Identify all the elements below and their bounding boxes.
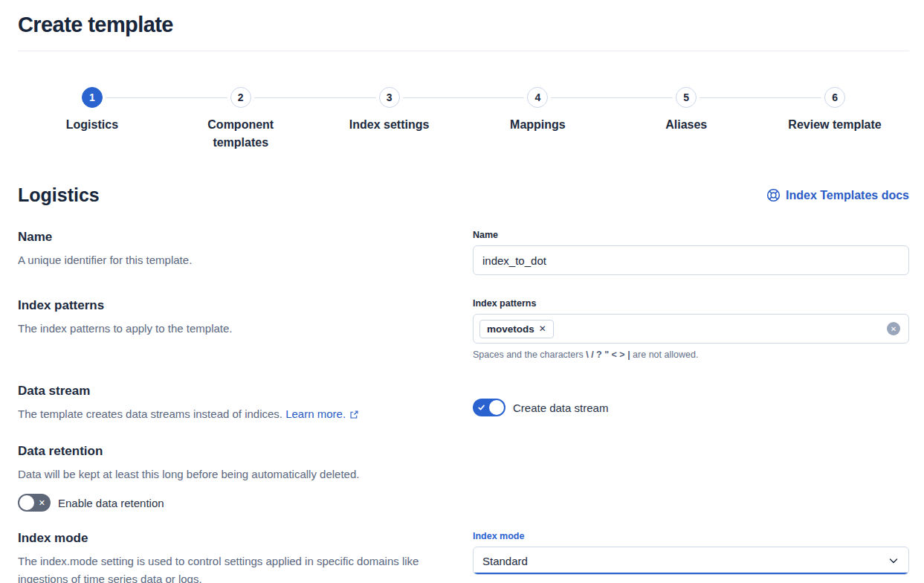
remove-tag-icon[interactable]: ✕ xyxy=(539,324,546,333)
docs-life-ring-icon xyxy=(766,188,781,202)
step-number-badge[interactable]: 3 xyxy=(379,87,400,108)
index-mode-section-description: The index.mode setting is used to contro… xyxy=(18,553,443,583)
step-number-badge[interactable]: 4 xyxy=(527,87,548,108)
toggle-knob xyxy=(489,400,504,415)
index-mode-section-title: Index mode xyxy=(18,529,443,547)
create-data-stream-label: Create data stream xyxy=(513,402,608,414)
index-patterns-combobox[interactable]: movetods ✕ ✕ xyxy=(473,314,909,344)
name-field-label: Name xyxy=(473,228,909,242)
step-label: Aliases xyxy=(665,116,707,134)
index-templates-docs-link[interactable]: Index Templates docs xyxy=(766,188,909,202)
clear-combobox-icon[interactable]: ✕ xyxy=(887,322,900,335)
create-data-stream-toggle[interactable] xyxy=(473,399,505,416)
index-mode-selected-value: Standard xyxy=(482,555,528,567)
step-connector xyxy=(167,97,227,98)
step-component-templates[interactable]: 2 Component templates xyxy=(167,87,315,152)
step-aliases[interactable]: 5 Aliases xyxy=(612,87,760,152)
name-section-description: A unique identifier for this template. xyxy=(18,251,443,269)
index-mode-select[interactable]: Standard xyxy=(473,547,909,575)
step-connector xyxy=(106,97,167,98)
wizard-stepper: 1 Logistics 2 Component templates 3 Inde… xyxy=(18,87,909,152)
toggle-check-icon xyxy=(477,403,486,412)
step-label: Review template xyxy=(788,116,881,134)
index-pattern-tag: movetods ✕ xyxy=(479,320,554,338)
name-input[interactable] xyxy=(473,245,909,275)
enable-data-retention-toggle[interactable]: ✕ xyxy=(18,494,51,512)
toggle-cross-icon: ✕ xyxy=(39,499,45,507)
data-stream-learn-more-link[interactable]: Learn more. xyxy=(285,405,359,423)
step-review-template[interactable]: 6 Review template xyxy=(760,87,909,152)
data-retention-section-description: Data will be kept at least this long bef… xyxy=(18,466,443,483)
toggle-knob xyxy=(19,495,34,510)
data-stream-section-description: The template creates data streams instea… xyxy=(18,405,443,423)
step-connector xyxy=(551,97,612,98)
enable-data-retention-label: Enable data retention xyxy=(58,497,164,509)
step-label: Mappings xyxy=(510,116,566,134)
step-number-badge[interactable]: 2 xyxy=(230,87,251,108)
index-pattern-tag-label: movetods xyxy=(487,323,534,335)
section-title: Logistics xyxy=(18,184,100,206)
step-label: Index settings xyxy=(349,116,430,134)
index-patterns-help-text: Spaces and the characters \ / ? " < > | … xyxy=(473,348,909,361)
step-number-badge[interactable]: 5 xyxy=(676,87,697,108)
step-connector xyxy=(612,97,673,98)
step-label: Logistics xyxy=(66,116,118,134)
page-title: Create template xyxy=(18,10,909,39)
index-patterns-section-description: The index patterns to apply to the templ… xyxy=(18,320,443,338)
data-stream-section-title: Data stream xyxy=(18,382,443,400)
step-number-badge[interactable]: 6 xyxy=(824,87,845,108)
step-connector xyxy=(463,97,524,98)
docs-link-label: Index Templates docs xyxy=(786,189,909,202)
header-divider xyxy=(18,51,909,51)
name-section-title: Name xyxy=(18,228,443,246)
step-index-settings[interactable]: 3 Index settings xyxy=(315,87,464,152)
step-connector xyxy=(760,97,821,98)
index-patterns-field-label: Index patterns xyxy=(473,297,909,310)
chevron-down-icon xyxy=(888,555,899,567)
page-header: Create template xyxy=(18,0,909,39)
index-patterns-section-title: Index patterns xyxy=(18,297,443,315)
step-connector xyxy=(700,97,760,98)
step-connector xyxy=(254,97,315,98)
step-logistics[interactable]: 1 Logistics xyxy=(18,87,167,152)
step-connector xyxy=(315,97,376,98)
step-mappings[interactable]: 4 Mappings xyxy=(463,87,612,152)
data-retention-section-title: Data retention xyxy=(18,442,443,460)
index-mode-field-label: Index mode xyxy=(473,529,909,543)
step-label: Component templates xyxy=(185,116,297,152)
step-number-badge[interactable]: 1 xyxy=(82,87,103,108)
external-link-icon xyxy=(349,410,359,419)
step-connector xyxy=(403,97,464,98)
